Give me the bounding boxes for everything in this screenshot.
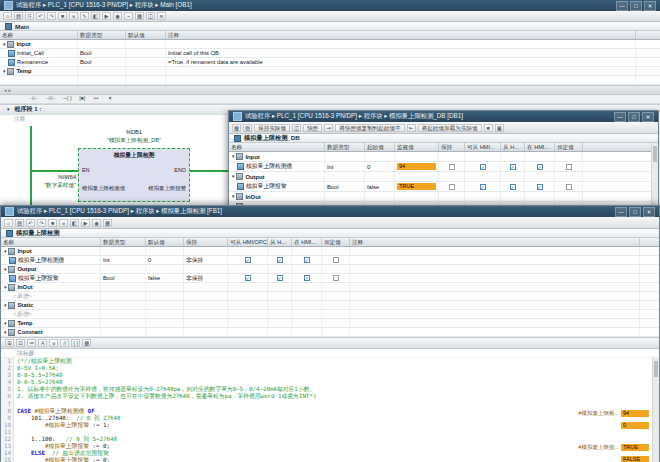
column-header[interactable]: 在 HMI...: [525, 143, 555, 151]
column-header[interactable]: 注释: [350, 238, 640, 246]
table-row[interactable]: RemanenceBool=True, if remanent data are…: [0, 58, 660, 67]
table-row[interactable]: ▼Output: [1, 265, 659, 274]
table-row[interactable]: ▼InOut: [1, 283, 659, 292]
minimize-button[interactable]: —: [616, 1, 628, 11]
checkbox[interactable]: [333, 257, 339, 263]
code-line[interactable]: 9 101..27648: // 0 到 27648: [1, 415, 659, 422]
code-line[interactable]: 30-0~5.5=27648: [1, 372, 659, 379]
checkbox[interactable]: [333, 275, 339, 281]
toolbar-icon[interactable]: { }: [71, 339, 80, 347]
code-line[interactable]: 7: [1, 401, 659, 408]
expander-icon[interactable]: ▼: [3, 249, 7, 254]
toolbar-icon[interactable]: ↶: [26, 219, 35, 227]
column-header[interactable]: 在 HMI...: [292, 238, 322, 246]
expander-icon[interactable]: ▼: [231, 174, 235, 179]
toolbar-icon[interactable]: ▤: [15, 219, 24, 227]
checkbox[interactable]: ✓: [277, 257, 283, 263]
toolbar-icon[interactable]: ▾: [106, 95, 115, 103]
toolbar-icon[interactable]: ■: [48, 219, 57, 227]
titlebar-fb1[interactable]: 试验程序 ▸ PLC_1 [CPU 1516-3 PN/DP] ▸ 程序块 ▸ …: [1, 206, 659, 217]
checkbox[interactable]: [566, 164, 572, 170]
db-operand-name[interactable]: "模拟量上限检测_DB": [56, 137, 212, 145]
table-row[interactable]: 模拟量上限检测值Int094✓✓✓: [229, 162, 658, 172]
toolbar-icon[interactable]: ▤: [243, 124, 252, 132]
titlebar-main[interactable]: 试验程序 ▸ PLC_1 [CPU 1516-3 PN/DP] ▸ 程序块 ▸ …: [0, 0, 660, 11]
minimize-button[interactable]: —: [615, 207, 627, 217]
table-row[interactable]: 模拟量上限报警BoolfalseTRUE✓✓✓: [229, 182, 658, 192]
close-button[interactable]: ✕: [643, 207, 655, 217]
toolbar-icon[interactable]: ◉: [92, 219, 101, 227]
fb-call-box[interactable]: 模拟量上限检测 EN ENO 模拟量上限检测值 模拟量上限报警: [78, 148, 190, 202]
table-row[interactable]: ▼Static: [1, 301, 659, 310]
column-header[interactable]: 起始值: [365, 143, 395, 151]
toolbar-icon[interactable]: ▣: [495, 124, 504, 132]
column-header[interactable]: 名称: [229, 143, 325, 151]
code-line[interactable]: 8CASE #模拟量上限检测值 OF: [1, 408, 659, 415]
scrollbar-thumb[interactable]: [654, 361, 658, 377]
checkbox[interactable]: [449, 184, 455, 190]
expander-icon[interactable]: ▼: [3, 330, 7, 335]
scroll-right-icon[interactable]: ▸: [9, 87, 12, 93]
toolbar-button[interactable]: 将快照值复制到起始值中: [335, 124, 405, 132]
expander-icon[interactable]: ▼: [3, 285, 7, 290]
maximize-button[interactable]: □: [630, 1, 642, 11]
table-row[interactable]: ▼Input: [1, 247, 659, 256]
checkbox[interactable]: ✓: [245, 275, 251, 281]
table-row[interactable]: Initial_CallBoolInitial call of this OB: [0, 49, 660, 58]
toolbar-icon[interactable]: ◫: [146, 12, 155, 20]
toolbar-icon[interactable]: ≡: [69, 12, 78, 20]
toolbar-icon[interactable]: ▤: [14, 12, 23, 20]
toolbar-icon[interactable]: ↷: [47, 12, 56, 20]
code-line[interactable]: 62. 请按本产品水平设定下列数值上限，也可在中设置数值为27648，需要量程为…: [1, 393, 659, 400]
scrollbar-thumb[interactable]: [653, 146, 657, 162]
column-header[interactable]: 名称: [1, 238, 101, 246]
code-block-title[interactable]: 块标题:: [1, 349, 659, 358]
column-header[interactable]: 数据类型: [325, 143, 365, 151]
toolbar-icon[interactable]: ⊣⊢: [28, 95, 39, 103]
toolbar-icon[interactable]: ✎: [80, 12, 89, 20]
checkbox[interactable]: ✓: [510, 184, 516, 190]
toolbar-icon[interactable]: ≡: [59, 219, 68, 227]
toolbar-icon[interactable]: ▶: [81, 219, 90, 227]
expander-icon[interactable]: ▼: [231, 154, 235, 159]
scrollbar[interactable]: [651, 143, 658, 212]
expander-icon[interactable]: ▼: [3, 303, 7, 308]
toolbar-icon[interactable]: ⇥: [324, 124, 333, 132]
minimize-button[interactable]: —: [614, 112, 626, 122]
scroll-left-icon[interactable]: ◂: [4, 87, 7, 93]
checkbox[interactable]: ✓: [537, 164, 543, 170]
scrollbar[interactable]: [652, 358, 659, 462]
collapse-icon[interactable]: ▼: [6, 107, 10, 112]
input-operand-name[interactable]: "数字采样值": [4, 182, 76, 190]
close-button[interactable]: ✕: [642, 112, 654, 122]
column-header[interactable]: 默认值: [146, 238, 184, 246]
checkbox[interactable]: ✓: [537, 184, 543, 190]
expander-icon[interactable]: ▼: [231, 194, 235, 199]
column-header[interactable]: 监视值: [395, 143, 439, 151]
toolbar-icon[interactable]: ⊣/⊢: [44, 95, 57, 103]
toolbar-icon[interactable]: ◧: [91, 12, 100, 20]
table-row[interactable]: ▼Temp: [0, 67, 660, 76]
toolbar-icon[interactable]: ↦: [92, 95, 101, 103]
checkbox[interactable]: ✓: [277, 275, 283, 281]
toolbar-icon[interactable]: ◧: [70, 219, 79, 227]
titlebar-db1[interactable]: 试验程序 ▸ PLC_1 [CPU 1516-3 PN/DP] ▸ 程序块 ▸ …: [229, 111, 658, 122]
toolbar-icon[interactable]: ⌂: [4, 219, 13, 227]
close-button[interactable]: ✕: [644, 1, 656, 11]
table-row[interactable]: ▼Constant: [1, 328, 659, 337]
checkbox[interactable]: ✓: [510, 164, 516, 170]
table-row[interactable]: [0, 76, 660, 85]
column-header[interactable]: 注释: [166, 31, 636, 39]
code-line[interactable]: 15 #模拟量上限报警 := 0;: [1, 457, 659, 462]
toolbar-icon[interactable]: ■: [484, 124, 493, 132]
column-header[interactable]: 保持: [184, 238, 228, 246]
code-line[interactable]: 11: [1, 429, 659, 436]
table-row[interactable]: <新增>: [1, 292, 659, 301]
toolbar-button[interactable]: 保持实际值: [254, 124, 290, 132]
toolbar-icon[interactable]: ⊞: [5, 339, 14, 347]
table-row[interactable]: 模拟量上限检测值Int0非保持✓✓✓: [1, 256, 659, 265]
table-row[interactable]: ▼Output: [229, 172, 658, 182]
column-header[interactable]: 从 H...: [268, 238, 292, 246]
toolbar-icon[interactable]: ⊟: [16, 339, 25, 347]
toolbar-icon[interactable]: ↷: [37, 219, 46, 227]
